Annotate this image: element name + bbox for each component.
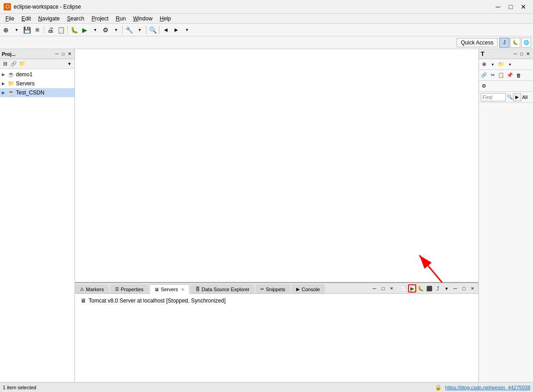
tab-snippets[interactable]: ✂ Snippets: [255, 284, 290, 293]
tb-nav-arrow[interactable]: ▾: [182, 25, 192, 35]
quick-access-label: Quick Access: [461, 40, 493, 46]
tb-print-button[interactable]: 🖨: [45, 25, 55, 35]
view-menu-btn[interactable]: ▾: [65, 60, 74, 68]
server-start-btn[interactable]: ▶: [408, 284, 416, 293]
perspective-web-btn[interactable]: 🌐: [521, 38, 531, 48]
tree-item-servers[interactable]: ▶ 📁 Servers: [0, 79, 75, 88]
datasource-icon: 🗄: [195, 287, 200, 292]
right-panel-maximize[interactable]: □: [518, 51, 525, 57]
tb-ext-tools-button[interactable]: 🔧: [124, 25, 134, 35]
menu-navigate[interactable]: Navigate: [35, 15, 63, 23]
tb-save-all-button[interactable]: ⊞: [32, 25, 42, 35]
server-tomcat-item[interactable]: 🖥 Tomcat v8.0 Server at localhost [Stopp…: [77, 296, 477, 306]
tab-servers-label: Servers: [161, 287, 178, 292]
tab-servers-close[interactable]: ✕: [181, 287, 184, 292]
rp-paste-btn[interactable]: 📌: [506, 71, 514, 79]
tree-item-demo1[interactable]: ▶ ☕ demo1: [0, 70, 75, 79]
tb-profile-arrow[interactable]: ▾: [111, 25, 121, 35]
bottom-view-menu-btn[interactable]: ▾: [443, 284, 451, 293]
bottom-close2-btn[interactable]: ✕: [468, 284, 477, 293]
close-button[interactable]: ✕: [518, 2, 529, 11]
panel-close-btn[interactable]: ✕: [66, 51, 73, 57]
tomcat-icon: 🖥: [80, 297, 87, 304]
menu-edit[interactable]: Edit: [18, 15, 35, 23]
tab-properties[interactable]: ☰ Properties: [110, 284, 149, 293]
rp-new-btn[interactable]: ⊕: [480, 60, 488, 69]
right-panel-minimize[interactable]: ─: [512, 51, 518, 57]
next-find-btn[interactable]: ▶: [513, 93, 521, 101]
tb-search-button[interactable]: 🔍: [148, 25, 158, 35]
rp-settings-btn[interactable]: ⚙: [480, 82, 488, 90]
right-panel-header: T ─ □ ✕: [479, 49, 533, 59]
markers-icon: ⚠: [80, 287, 84, 292]
find-bar: 🔍 ▶ All: [479, 92, 533, 103]
rp-link-btn[interactable]: 🔗: [480, 71, 488, 79]
find-input[interactable]: [481, 93, 506, 101]
tab-servers[interactable]: 🖥 Servers ✕: [149, 284, 189, 294]
menu-file[interactable]: File: [2, 15, 18, 23]
server-publish-btn[interactable]: ⤴: [434, 284, 442, 293]
status-url[interactable]: https://blog.csdn.net/weixin_44275038: [445, 385, 530, 390]
rp-copy-btn[interactable]: 📋: [497, 71, 505, 79]
tb-arrow-new[interactable]: ▾: [11, 25, 21, 35]
tb-save-button[interactable]: 💾: [22, 25, 32, 35]
tree-icon-test-csdn: ☕: [7, 89, 15, 96]
right-panel-close[interactable]: ✕: [525, 51, 531, 57]
menu-help[interactable]: Help: [156, 15, 175, 23]
tab-console-label: Console: [302, 287, 320, 292]
panel-minimize-btn[interactable]: ─: [54, 51, 60, 57]
main-toolbar: ⊕ ▾ 💾 ⊞ 🖨 📋 🐛 ▶ ▾ ⚙ ▾ 🔧 ▾ 🔍 ◀ ▶ ▾: [0, 24, 533, 36]
tb-run-button[interactable]: ▶: [80, 25, 90, 35]
tb-ext-arrow[interactable]: ▾: [134, 25, 144, 35]
status-text: 1 item selected: [3, 385, 435, 390]
rp-folder-btn[interactable]: 📁: [497, 60, 505, 69]
tb-debug-button[interactable]: 🐛: [69, 25, 79, 35]
server-new-btn[interactable]: 📄: [399, 284, 408, 293]
rp-arrow-btn[interactable]: ▾: [488, 60, 497, 69]
tb-run-arrow[interactable]: ▾: [90, 25, 100, 35]
rp-folder-arrow-btn[interactable]: ▾: [506, 60, 514, 69]
menu-search[interactable]: Search: [63, 15, 88, 23]
server-debug-btn[interactable]: 🐛: [417, 284, 425, 293]
tb-profile-button[interactable]: ⚙: [100, 25, 110, 35]
tb-new-button[interactable]: ⊕: [1, 25, 11, 35]
bottom-maximize-btn[interactable]: □: [379, 284, 387, 293]
right-panel-toolbar1: ⊕ ▾ 📁 ▾: [479, 59, 533, 70]
bottom-minimize2-btn[interactable]: ─: [451, 284, 459, 293]
menu-run[interactable]: Run: [112, 15, 130, 23]
find-search-icon: 🔍: [507, 94, 513, 100]
tab-datasource-label: Data Source Explorer: [202, 287, 249, 292]
minimize-button[interactable]: ─: [492, 2, 504, 11]
menu-bar: File Edit Navigate Search Project Run Wi…: [0, 14, 533, 24]
perspective-java-btn[interactable]: J: [499, 38, 509, 48]
lock-icon: 🔒: [435, 384, 442, 391]
bottom-close-btn[interactable]: ✕: [388, 284, 396, 293]
bottom-minimize-btn[interactable]: ─: [370, 284, 379, 293]
console-icon: ▶: [296, 287, 300, 292]
rp-cut-btn[interactable]: ✂: [488, 71, 497, 79]
bottom-maximize2-btn[interactable]: □: [460, 284, 468, 293]
tab-markers[interactable]: ⚠ Markers: [75, 284, 109, 293]
tree-item-test-csdn[interactable]: ▶ ☕ Test_CSDN: [0, 88, 75, 97]
tb-sep-3: [122, 26, 123, 34]
new-folder-btn[interactable]: 📁: [18, 60, 26, 68]
tb-properties-button[interactable]: 📋: [56, 25, 66, 35]
menu-window[interactable]: Window: [130, 15, 156, 23]
menu-project[interactable]: Project: [88, 15, 112, 23]
rp-delete-btn[interactable]: 🗑: [514, 71, 523, 79]
tb-next-button[interactable]: ▶: [171, 25, 181, 35]
tab-datasource[interactable]: 🗄 Data Source Explorer: [190, 284, 254, 293]
perspective-debug-btn[interactable]: 🐛: [510, 38, 520, 48]
panel-maximize-btn[interactable]: □: [60, 51, 66, 57]
tree-icon-servers: 📁: [7, 80, 15, 87]
collapse-all-btn[interactable]: ⊟: [1, 60, 9, 68]
link-with-editor-btn[interactable]: 🔗: [10, 60, 18, 68]
tb-sep-4: [146, 26, 146, 34]
tree-arrow-test-csdn: ▶: [2, 90, 7, 95]
tb-prev-button[interactable]: ◀: [161, 25, 171, 35]
maximize-button[interactable]: □: [505, 2, 517, 11]
quick-access-button[interactable]: Quick Access: [457, 38, 498, 47]
tab-console[interactable]: ▶ Console: [291, 284, 325, 293]
bottom-tabs-bar: ⚠ Markers ☰ Properties 🖥 Servers ✕ 🗄 Dat…: [75, 283, 478, 294]
server-stop-btn[interactable]: ⬛: [425, 284, 433, 293]
